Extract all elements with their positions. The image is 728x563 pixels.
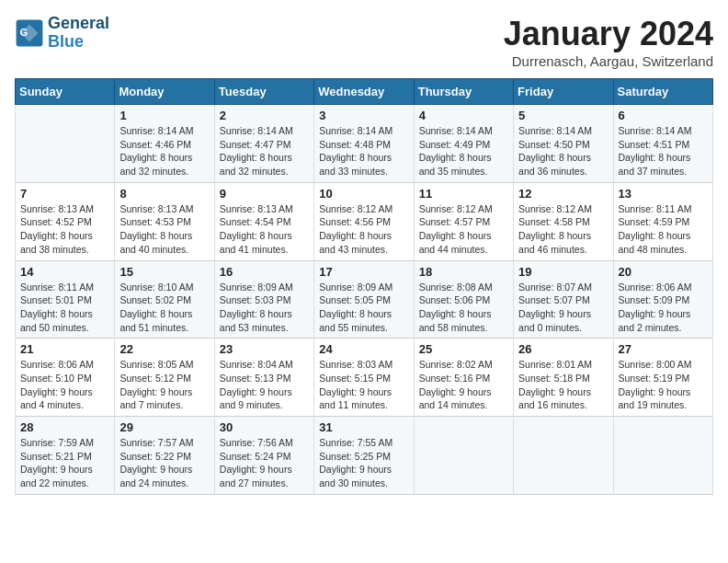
day-info: Sunrise: 8:13 AM Sunset: 4:53 PM Dayligh… (119, 202, 209, 257)
day-number: 26 (518, 342, 608, 356)
day-cell: 22Sunrise: 8:05 AM Sunset: 5:12 PM Dayli… (115, 339, 214, 417)
day-number: 15 (119, 265, 209, 279)
day-info: Sunrise: 8:11 AM Sunset: 5:01 PM Dayligh… (20, 281, 109, 335)
weekday-wednesday: Wednesday (314, 79, 414, 105)
logo: G General Blue (15, 15, 109, 52)
day-number: 1 (119, 109, 209, 122)
day-cell: 30Sunrise: 7:56 AM Sunset: 5:24 PM Dayli… (214, 417, 313, 495)
day-cell: 10Sunrise: 8:12 AM Sunset: 4:56 PM Dayli… (314, 182, 414, 260)
day-number: 11 (419, 187, 508, 201)
day-info: Sunrise: 8:12 AM Sunset: 4:58 PM Dayligh… (518, 202, 608, 257)
day-cell: 12Sunrise: 8:12 AM Sunset: 4:58 PM Dayli… (514, 182, 613, 260)
day-number: 20 (619, 265, 708, 279)
day-cell: 29Sunrise: 7:57 AM Sunset: 5:22 PM Dayli… (115, 417, 214, 495)
title-area: January 2024 Durrenasch, Aargau, Switzer… (504, 15, 713, 69)
logo-line2: Blue (48, 33, 109, 52)
day-cell: 14Sunrise: 8:11 AM Sunset: 5:01 PM Dayli… (16, 260, 115, 339)
day-number: 12 (518, 187, 608, 201)
weekday-header-row: SundayMondayTuesdayWednesdayThursdayFrid… (16, 79, 713, 105)
day-cell: 23Sunrise: 8:04 AM Sunset: 5:13 PM Dayli… (214, 339, 313, 417)
day-cell: 4Sunrise: 8:14 AM Sunset: 4:49 PM Daylig… (414, 105, 513, 183)
day-number: 16 (220, 265, 309, 279)
day-cell (613, 417, 712, 495)
svg-text:G: G (20, 27, 28, 38)
day-cell: 19Sunrise: 8:07 AM Sunset: 5:07 PM Dayli… (514, 260, 613, 339)
day-number: 27 (619, 342, 708, 356)
day-number: 28 (20, 420, 109, 434)
day-cell (414, 417, 513, 495)
day-cell: 25Sunrise: 8:02 AM Sunset: 5:16 PM Dayli… (414, 339, 513, 417)
weekday-tuesday: Tuesday (214, 79, 313, 105)
day-info: Sunrise: 7:56 AM Sunset: 5:24 PM Dayligh… (220, 436, 309, 490)
weekday-thursday: Thursday (414, 79, 513, 105)
day-info: Sunrise: 8:09 AM Sunset: 5:03 PM Dayligh… (220, 281, 309, 335)
day-cell: 24Sunrise: 8:03 AM Sunset: 5:15 PM Dayli… (314, 339, 414, 417)
day-cell: 3Sunrise: 8:14 AM Sunset: 4:48 PM Daylig… (314, 105, 414, 183)
day-cell: 27Sunrise: 8:00 AM Sunset: 5:19 PM Dayli… (613, 339, 712, 417)
weekday-friday: Friday (514, 79, 613, 105)
day-cell: 21Sunrise: 8:06 AM Sunset: 5:10 PM Dayli… (16, 339, 115, 417)
day-cell: 7Sunrise: 8:13 AM Sunset: 4:52 PM Daylig… (16, 182, 115, 260)
day-info: Sunrise: 8:14 AM Sunset: 4:46 PM Dayligh… (119, 124, 209, 178)
day-cell: 17Sunrise: 8:09 AM Sunset: 5:05 PM Dayli… (314, 260, 414, 339)
day-number: 5 (518, 109, 608, 122)
week-row-4: 21Sunrise: 8:06 AM Sunset: 5:10 PM Dayli… (16, 339, 713, 417)
day-info: Sunrise: 8:04 AM Sunset: 5:13 PM Dayligh… (220, 358, 309, 412)
day-cell: 18Sunrise: 8:08 AM Sunset: 5:06 PM Dayli… (414, 260, 513, 339)
day-info: Sunrise: 8:14 AM Sunset: 4:51 PM Dayligh… (619, 124, 708, 178)
day-number: 3 (319, 109, 408, 122)
weekday-saturday: Saturday (613, 79, 712, 105)
day-cell (16, 105, 115, 183)
week-row-2: 7Sunrise: 8:13 AM Sunset: 4:52 PM Daylig… (16, 182, 713, 260)
day-info: Sunrise: 8:06 AM Sunset: 5:10 PM Dayligh… (20, 358, 109, 412)
day-cell: 20Sunrise: 8:06 AM Sunset: 5:09 PM Dayli… (613, 260, 712, 339)
day-number: 14 (20, 265, 109, 279)
day-number: 8 (119, 187, 209, 201)
day-number: 10 (319, 187, 408, 201)
day-number: 23 (220, 342, 309, 356)
day-cell: 9Sunrise: 8:13 AM Sunset: 4:54 PM Daylig… (214, 182, 313, 260)
day-cell: 1Sunrise: 8:14 AM Sunset: 4:46 PM Daylig… (115, 105, 214, 183)
day-info: Sunrise: 8:14 AM Sunset: 4:50 PM Dayligh… (518, 124, 608, 178)
day-number: 25 (419, 342, 508, 356)
day-number: 22 (119, 342, 209, 356)
weekday-sunday: Sunday (16, 79, 115, 105)
day-cell: 6Sunrise: 8:14 AM Sunset: 4:51 PM Daylig… (613, 105, 712, 183)
day-number: 13 (619, 187, 708, 201)
day-cell: 5Sunrise: 8:14 AM Sunset: 4:50 PM Daylig… (514, 105, 613, 183)
day-cell (514, 417, 613, 495)
location: Durrenasch, Aargau, Switzerland (504, 53, 713, 69)
day-number: 18 (419, 265, 508, 279)
day-info: Sunrise: 8:02 AM Sunset: 5:16 PM Dayligh… (419, 358, 508, 412)
day-info: Sunrise: 8:13 AM Sunset: 4:54 PM Dayligh… (220, 202, 309, 257)
day-number: 30 (220, 420, 309, 434)
day-number: 24 (319, 342, 408, 356)
day-cell: 11Sunrise: 8:12 AM Sunset: 4:57 PM Dayli… (414, 182, 513, 260)
day-cell: 28Sunrise: 7:59 AM Sunset: 5:21 PM Dayli… (16, 417, 115, 495)
day-number: 7 (20, 187, 109, 201)
day-info: Sunrise: 8:09 AM Sunset: 5:05 PM Dayligh… (319, 281, 408, 335)
day-info: Sunrise: 8:00 AM Sunset: 5:19 PM Dayligh… (619, 358, 708, 412)
calendar-body: 1Sunrise: 8:14 AM Sunset: 4:46 PM Daylig… (16, 105, 713, 495)
day-info: Sunrise: 8:14 AM Sunset: 4:49 PM Dayligh… (419, 124, 508, 178)
day-info: Sunrise: 8:03 AM Sunset: 5:15 PM Dayligh… (319, 358, 408, 412)
day-info: Sunrise: 7:57 AM Sunset: 5:22 PM Dayligh… (119, 436, 209, 490)
day-cell: 26Sunrise: 8:01 AM Sunset: 5:18 PM Dayli… (514, 339, 613, 417)
calendar-table: SundayMondayTuesdayWednesdayThursdayFrid… (15, 78, 713, 495)
day-info: Sunrise: 8:10 AM Sunset: 5:02 PM Dayligh… (119, 281, 209, 335)
day-number: 31 (319, 420, 408, 434)
day-info: Sunrise: 8:06 AM Sunset: 5:09 PM Dayligh… (619, 281, 708, 335)
day-info: Sunrise: 8:11 AM Sunset: 4:59 PM Dayligh… (619, 202, 708, 257)
day-info: Sunrise: 8:12 AM Sunset: 4:57 PM Dayligh… (419, 202, 508, 257)
month-title: January 2024 (504, 15, 713, 53)
week-row-1: 1Sunrise: 8:14 AM Sunset: 4:46 PM Daylig… (16, 105, 713, 183)
day-cell: 13Sunrise: 8:11 AM Sunset: 4:59 PM Dayli… (613, 182, 712, 260)
day-number: 2 (220, 109, 309, 122)
day-info: Sunrise: 8:14 AM Sunset: 4:47 PM Dayligh… (220, 124, 309, 178)
logo-line1: General (48, 15, 109, 33)
day-info: Sunrise: 7:55 AM Sunset: 5:25 PM Dayligh… (319, 436, 408, 490)
day-cell: 31Sunrise: 7:55 AM Sunset: 5:25 PM Dayli… (314, 417, 414, 495)
day-info: Sunrise: 8:01 AM Sunset: 5:18 PM Dayligh… (518, 358, 608, 412)
week-row-5: 28Sunrise: 7:59 AM Sunset: 5:21 PM Dayli… (16, 417, 713, 495)
day-info: Sunrise: 8:08 AM Sunset: 5:06 PM Dayligh… (419, 281, 508, 335)
